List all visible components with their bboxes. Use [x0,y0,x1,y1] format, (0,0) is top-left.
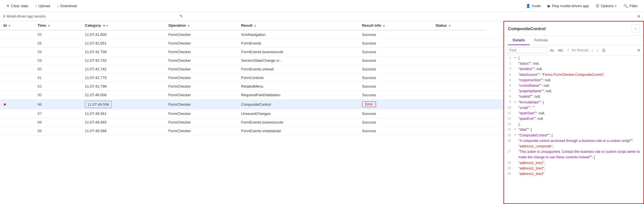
row-id: 55 [34,30,81,39]
line-number: 7 [506,88,514,94]
line-number: 17 [506,149,514,160]
json-line: 19 "address1_line2", [504,166,643,171]
invite-button[interactable]: 👤 Invite [523,2,544,9]
row-time: 11:07:42.709 [81,48,165,56]
play-model-driven-button[interactable]: ▶ Play model-driven app [545,2,592,9]
column-header-result[interactable]: Result ∨ [238,21,359,30]
fold-icon[interactable]: ▾ [514,127,518,132]
table-row[interactable]: 9811:07:49.565FormCheckerFormEvents.busi… [0,118,503,127]
row-category: FormChecker [165,82,238,91]
download-button[interactable]: ↓ Download [54,2,80,9]
row-error-indicator [0,127,34,135]
clear-data-button[interactable]: ✕ Clear data [3,2,31,9]
column-header-result-info[interactable]: Result info ∨ [359,21,432,30]
options-button[interactable]: ☰ Options ▾ [593,2,619,9]
row-status [486,99,503,109]
fold-icon [514,166,518,171]
row-operation: FormEvents.onload [238,65,359,74]
table-row[interactable]: 5611:07:42.051FormCheckerFormEventsSucce… [0,39,503,48]
json-content: "duration"": null, [518,66,543,72]
column-header-id[interactable]: Id ∨ [0,21,34,30]
table-row[interactable]: 9711:07:49.561FormCheckerUnsavedChangesS… [0,109,503,118]
find-whole-word-button[interactable]: AB| [557,48,564,53]
table-row[interactable]: 6211:07:42.798FormCheckerRelatedMenuSucc… [0,82,503,91]
json-content: }, [518,122,520,127]
json-line: 9▾ "formulaData"": { [504,100,643,105]
line-number: 9 [506,100,514,105]
line-number: 18 [506,160,514,166]
filter-button[interactable]: 🔍 Filter [620,2,641,9]
json-content: "spanStart"": null, [518,111,545,116]
tab-details[interactable]: Details [508,36,530,45]
sort-icon: ∨ [8,24,10,27]
line-number: 11 [506,111,514,116]
json-content: "address1_line1", [518,160,545,166]
upload-button[interactable]: ↑ Upload [32,2,53,9]
row-category: FormChecker [165,74,238,82]
row-operation: FormEvents [238,39,359,48]
row-result: Success [359,109,432,118]
json-content: "controlName"": null, [518,83,550,88]
session-close-button[interactable]: ✕ [637,14,641,19]
fold-icon [514,72,518,78]
find-bar: Aa AB| .* No Results ‹ › ☰ ✕ [504,45,643,55]
json-line: 11 "spanStart"": null, [504,111,643,116]
row-operation: UnsavedChanges [238,109,359,118]
find-collapse-button[interactable]: ☰ [601,48,607,53]
fold-icon [514,66,518,72]
find-regex-button[interactable]: .* [566,48,570,53]
json-content: { [518,55,520,61]
column-header-time[interactable]: Time ∨ [34,21,81,30]
row-id: 58 [34,48,81,56]
column-header-category[interactable]: Category ▼∨ [81,21,165,30]
find-close-button[interactable]: ✕ [637,48,641,53]
row-result: Success [359,127,432,135]
row-time: 11:07:42.798 [81,82,165,91]
table-row[interactable]: 9911:07:49.566FormCheckerFormEvents.onda… [0,127,503,135]
json-content: "data"": { [518,127,532,132]
row-category: FormChecker [165,39,238,48]
table-row[interactable]: 6111:07:42.775FormCheckerFormControlsSuc… [0,74,503,82]
row-result-info [432,109,486,118]
row-id: 62 [34,82,81,91]
fold-icon [514,160,518,166]
row-error-indicator [0,48,34,56]
row-status [486,39,503,48]
row-result: Success [359,30,432,39]
json-content: "dataSource"": "Forms.FormChecker.Compos… [518,72,605,78]
table-row[interactable]: 9511:07:49.006FormCheckerRequiredFieldVa… [0,91,503,99]
find-prev-button[interactable]: ‹ [590,48,594,53]
row-category: FormChecker [165,91,238,99]
json-line: 13 }, [504,122,643,127]
detail-expand-button[interactable]: › [631,24,639,32]
table-row[interactable]: 5911:07:42.732FormCheckerSectionStateCha… [0,56,503,65]
column-header-status[interactable]: Status ∨ [432,21,486,30]
table-area: Id ∨ Time ∨ Category ▼∨ Operation ∨ Resu… [0,21,504,204]
detail-header: CompositeControl › [504,22,643,36]
row-result: Success [359,65,432,74]
find-next-button[interactable]: › [596,48,599,53]
row-error-indicator [0,39,34,48]
fold-icon [514,83,518,88]
row-category: FormChecker [165,65,238,74]
fold-icon [514,116,518,122]
find-input[interactable] [507,47,547,53]
row-time: 11:07:49.565 [81,118,165,127]
table-row[interactable]: 6011:07:42.742FormCheckerFormEvents.onlo… [0,65,503,74]
find-case-sensitive-button[interactable]: Aa [549,48,555,53]
row-id: 96 [34,99,81,109]
json-content: "spanEnd"": null [518,116,543,122]
fold-icon[interactable]: ▾ [514,133,518,138]
row-category: FormChecker [165,30,238,39]
json-line: 17 "This action is unsupported. Contact … [504,149,643,160]
fold-icon[interactable]: ▾ [514,100,518,105]
line-number: 8 [506,94,514,99]
tab-formula[interactable]: Formula [530,36,553,45]
table-row[interactable]: 5811:07:42.709FormCheckerFormEvents.busi… [0,48,503,56]
json-line: 20 "address1_line3" [504,171,643,177]
table-row[interactable]: ●9611:07:49.556FormCheckerCompositeContr… [0,99,503,109]
table-row[interactable]: 5511:07:41.800FormCheckerXrmNavigationSu… [0,30,503,39]
fold-icon[interactable]: ▾ [514,55,518,61]
row-id: 61 [34,74,81,82]
column-header-operation[interactable]: Operation ∨ [165,21,238,30]
